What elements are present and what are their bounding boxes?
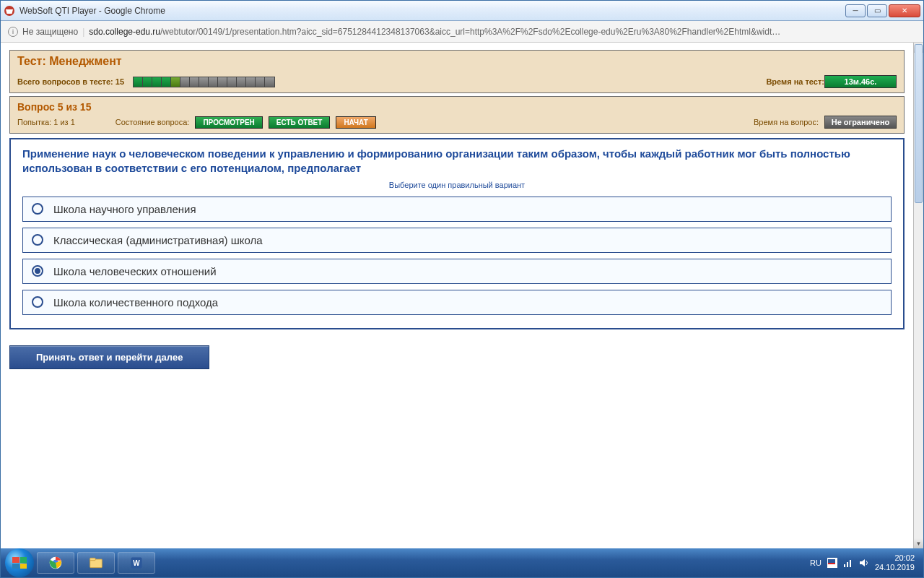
radio-icon — [32, 265, 43, 277]
radio-icon — [32, 234, 43, 246]
progress-segment — [134, 77, 143, 87]
progress-segment — [246, 77, 256, 87]
app-icon — [4, 5, 15, 17]
scroll-down-button[interactable]: ▼ — [914, 538, 923, 548]
taskbar: W RU 20:02 24.10.2019 — [1, 548, 923, 577]
taskbar-explorer[interactable] — [77, 552, 115, 574]
time-question-label: Время на вопрос: — [754, 118, 819, 126]
window-titlebar: WebSoft QTI Player - Google Chrome ─ ▭ ✕ — [1, 1, 923, 21]
question-header-panel: Вопрос 5 из 15 Попытка: 1 из 1 Состояние… — [9, 96, 905, 134]
vertical-scrollbar[interactable]: ▲ ▼ — [913, 43, 923, 548]
attempt-label: Попытка: 1 из 1 — [17, 118, 75, 126]
progress-segment — [256, 77, 265, 87]
question-text: Применение наук о человеческом поведении… — [22, 147, 892, 176]
progress-segment — [227, 77, 237, 87]
time-test-value: 13м.46с. — [824, 75, 897, 88]
tray-lang[interactable]: RU — [810, 558, 821, 567]
progress-segment — [171, 77, 180, 87]
svg-text:W: W — [133, 559, 140, 567]
option-label: Классическая (административная) школа — [53, 234, 263, 246]
svg-rect-4 — [90, 558, 96, 560]
submit-answer-button[interactable]: Принять ответ и перейти далее — [9, 345, 209, 369]
svg-rect-10 — [847, 562, 848, 567]
progress-segment — [143, 77, 152, 87]
svg-rect-11 — [850, 560, 851, 567]
test-progress-bar — [133, 77, 275, 87]
progress-segment — [190, 77, 199, 87]
progress-segment — [199, 77, 209, 87]
question-body: Применение наук о человеческом поведении… — [9, 138, 905, 329]
not-secure-label: Не защищено — [22, 27, 78, 37]
answer-option[interactable]: Классическая (административная) школа — [22, 228, 892, 253]
progress-segment — [162, 77, 171, 87]
taskbar-word[interactable]: W — [118, 552, 155, 574]
window-title: WebSoft QTI Player - Google Chrome — [19, 6, 845, 16]
option-label: Школа количественного подхода — [53, 296, 218, 309]
progress-segment — [152, 77, 162, 87]
answer-option[interactable]: Школа количественного подхода — [22, 290, 892, 315]
option-label: Школа человеческих отношений — [53, 265, 217, 277]
tray-network-icon[interactable] — [843, 558, 853, 568]
svg-rect-8 — [828, 563, 835, 564]
status-label: Состояние вопроса: — [116, 118, 190, 126]
time-test-label: Время на тест: — [766, 77, 824, 86]
scroll-thumb[interactable] — [915, 44, 923, 203]
question-hint: Выберите один правильный вариант — [22, 181, 892, 189]
option-label: Школа научного управления — [53, 203, 196, 215]
tray-flag-icon[interactable] — [827, 558, 837, 568]
progress-segment — [180, 77, 190, 87]
total-questions-label: Всего вопросов в тесте: 15 — [17, 77, 124, 86]
answer-option[interactable]: Школа научного управления — [22, 197, 892, 222]
test-title: Тест: Менеджмент — [10, 51, 904, 72]
window-minimize-button[interactable]: ─ — [845, 4, 866, 17]
window-close-button[interactable]: ✕ — [889, 4, 920, 17]
tray-clock[interactable]: 20:02 24.10.2019 — [875, 553, 915, 571]
time-question-value: Не ограничено — [824, 116, 897, 129]
tray-volume-icon[interactable] — [859, 558, 869, 568]
progress-segment — [237, 77, 246, 87]
taskbar-chrome[interactable] — [37, 552, 74, 574]
svg-rect-9 — [844, 564, 845, 567]
window-maximize-button[interactable]: ▭ — [867, 4, 887, 17]
answer-option[interactable]: Школа человеческих отношений — [22, 259, 892, 284]
status-answered-pill: ЕСТЬ ОТВЕТ — [269, 116, 331, 129]
radio-icon — [32, 203, 43, 215]
url-text: sdo.college-edu.ru/webtutor/00149/1/pres… — [89, 27, 916, 37]
start-button[interactable] — [5, 548, 34, 577]
test-header-panel: Тест: Менеджмент Всего вопросов в тесте:… — [9, 50, 905, 93]
address-bar[interactable]: i Не защищено | sdo.college-edu.ru/webtu… — [1, 21, 923, 43]
status-viewed-pill: ПРОСМОТРЕН — [195, 116, 262, 129]
question-counter: Вопрос 5 из 15 — [10, 97, 904, 114]
progress-segment — [209, 77, 218, 87]
radio-icon — [32, 296, 43, 308]
progress-segment — [265, 77, 274, 87]
status-started-pill: НАЧАТ — [336, 116, 376, 129]
progress-segment — [218, 77, 227, 87]
not-secure-icon[interactable]: i — [8, 27, 18, 37]
